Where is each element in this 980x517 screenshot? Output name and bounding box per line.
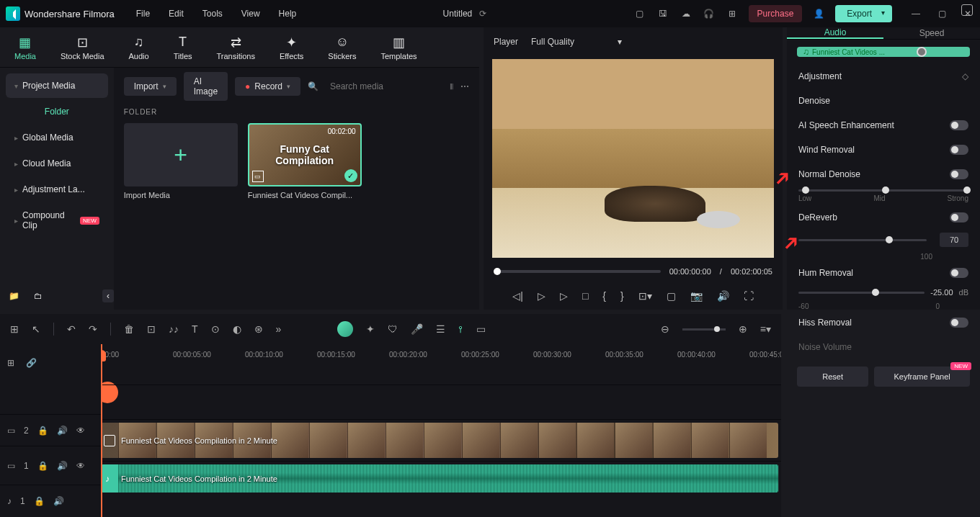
zoom-slider[interactable] — [682, 328, 726, 331]
more-icon[interactable]: » — [276, 323, 282, 335]
dereverb-value[interactable]: 70 — [940, 233, 968, 247]
timeline-tracks[interactable]: 00:00 00:00:05:00 00:00:10:00 00:00:15:0… — [101, 344, 781, 517]
purchase-button[interactable]: Purchase — [749, 5, 803, 22]
mute-icon[interactable]: 🔊 — [57, 426, 68, 436]
marker-icon[interactable]: ⫯ — [458, 323, 463, 335]
ratio-icon[interactable]: ⊡▾ — [638, 290, 652, 302]
folder-icon[interactable]: 🗀 — [34, 291, 43, 301]
import-button[interactable]: Import▾ — [124, 77, 177, 96]
save-icon[interactable]: 🖫 — [656, 7, 669, 20]
tab-audio[interactable]: ♫Audio — [125, 32, 153, 63]
marker-row[interactable] — [101, 364, 781, 385]
sidebar-item-project-media[interactable]: ▾Project Media — [6, 73, 108, 98]
audio-track-1-lane[interactable]: Funniest Cat Videos Compilation in 2 Min… — [101, 461, 781, 495]
time-ruler[interactable]: 00:00 00:00:05:00 00:00:10:00 00:00:15:0… — [101, 344, 781, 364]
mark-out-icon[interactable]: } — [620, 290, 624, 302]
device-icon[interactable]: ▢ — [633, 7, 646, 20]
mute-icon[interactable]: 🔊 — [57, 461, 68, 471]
ai-assistant-icon[interactable] — [337, 321, 353, 337]
headphone-icon[interactable]: 🎧 — [703, 7, 716, 20]
tab-templates[interactable]: ▥Templates — [376, 32, 421, 63]
stop-icon[interactable]: □ — [582, 290, 588, 302]
video-clip[interactable]: Funniest Cat Videos Compilation in 2 Min… — [101, 423, 778, 458]
tab-transitions[interactable]: ⇄Transitions — [213, 32, 259, 63]
more-icon[interactable]: ⋯ — [460, 81, 469, 91]
cloud-icon[interactable]: ☁ — [680, 7, 692, 20]
menu-tools[interactable]: Tools — [202, 9, 223, 19]
add-track-icon[interactable]: ⊞ — [7, 358, 14, 368]
sync-icon[interactable]: ⟳ — [479, 9, 486, 19]
sidebar-item-compound-clip[interactable]: ▸Compound ClipNEW — [6, 203, 108, 238]
import-media-card[interactable]: + Import Media — [124, 123, 238, 199]
slider-thumb[interactable] — [802, 186, 809, 194]
keyframe-panel-button[interactable]: Keyframe Panel NEW — [874, 367, 970, 387]
normal-denoise-slider[interactable] — [798, 189, 968, 192]
tab-media[interactable]: ▦Media — [10, 32, 40, 63]
mic-icon[interactable]: 🎤 — [411, 323, 423, 335]
wind-removal-toggle[interactable] — [950, 145, 968, 155]
hiss-removal-toggle[interactable] — [950, 318, 968, 328]
text-icon[interactable]: T — [192, 323, 198, 335]
tab-audio-props[interactable]: Audio — [787, 27, 883, 39]
video-track-2-head[interactable]: ▭2 🔒 🔊 👁 — [0, 414, 101, 446]
menu-help[interactable]: Help — [279, 9, 297, 19]
display-icon[interactable]: ▢ — [667, 290, 676, 302]
camera-icon[interactable]: 📷 — [690, 290, 703, 302]
menu-view[interactable]: View — [241, 9, 260, 19]
tab-speed-props[interactable]: Speed — [883, 27, 980, 39]
preview-scrubber[interactable] — [494, 270, 661, 273]
grid-icon[interactable]: ⊞ — [10, 323, 19, 335]
link-icon[interactable]: 🔗 — [26, 358, 37, 368]
play-icon[interactable]: ▷ — [560, 290, 568, 302]
quality-selector[interactable]: Full Quality▾ — [531, 37, 622, 47]
visibility-icon[interactable]: 👁 — [76, 426, 85, 436]
zoom-out-icon[interactable]: ⊖ — [661, 323, 669, 335]
audio-clip[interactable]: Funniest Cat Videos Compilation in 2 Min… — [101, 464, 778, 493]
tab-titles[interactable]: TTitles — [169, 32, 197, 63]
video-track-2-lane[interactable] — [101, 385, 781, 419]
prev-frame-icon[interactable]: ◁| — [512, 290, 523, 302]
video-track-1-head[interactable]: ▭1 🔒 🔊 👁 — [0, 446, 101, 485]
mark-in-icon[interactable]: { — [602, 290, 606, 302]
zoom-in-icon[interactable]: ⊕ — [739, 323, 747, 335]
scrubber-handle[interactable] — [494, 268, 501, 275]
user-icon[interactable]: 👤 — [812, 7, 825, 20]
normal-denoise-toggle[interactable] — [950, 169, 968, 179]
play-forward-icon[interactable]: ▷ — [538, 290, 545, 302]
volume-icon[interactable]: 🔊 — [717, 290, 729, 302]
menu-file[interactable]: File — [136, 9, 150, 19]
slider-thumb[interactable] — [872, 289, 879, 296]
effect-icon[interactable]: ⊛ — [254, 323, 263, 335]
minimize-icon[interactable]: — — [909, 7, 922, 20]
shield-icon[interactable]: 🛡 — [388, 323, 398, 335]
dereverb-slider[interactable] — [798, 239, 927, 241]
cursor-icon[interactable]: ↖ — [32, 323, 40, 335]
fullscreen-icon[interactable]: ⛶ — [744, 290, 754, 302]
export-button[interactable]: Export — [835, 5, 892, 22]
apps-icon[interactable]: ⊞ — [726, 7, 739, 20]
audio-clip-preview[interactable]: ♫ Funniest Cat Videos ... — [797, 47, 970, 57]
ai-speech-toggle[interactable] — [950, 120, 968, 130]
speed-icon[interactable]: ⊙ — [211, 323, 220, 335]
record-button[interactable]: ●Record▾ — [235, 77, 300, 96]
mute-icon[interactable]: 🔊 — [53, 496, 64, 506]
lock-icon[interactable]: 🔒 — [34, 496, 45, 506]
filter-icon[interactable]: ⫴ — [450, 81, 453, 91]
music-icon[interactable]: ♪♪ — [169, 323, 179, 335]
adjustment-section[interactable]: Adjustment ◇ — [787, 64, 980, 89]
maximize-icon[interactable]: ▢ — [935, 7, 948, 20]
sparkle-icon[interactable]: ✦ — [366, 323, 375, 335]
tab-stock-media[interactable]: ⊡Stock Media — [56, 32, 109, 63]
diamond-icon[interactable]: ◇ — [962, 71, 968, 81]
video-track-1-lane[interactable]: Funniest Cat Videos Compilation in 2 Min… — [101, 419, 781, 461]
audio-track-1-head[interactable]: ♪1 🔒 🔊 — [0, 485, 101, 517]
list-icon[interactable]: ☰ — [436, 323, 445, 335]
new-folder-icon[interactable]: 📁 — [9, 291, 19, 301]
video-preview[interactable] — [492, 59, 774, 258]
playhead-marker[interactable] — [917, 47, 927, 57]
sidebar-item-global-media[interactable]: ▸Global Media — [6, 125, 108, 150]
crop-icon[interactable]: ⊡ — [147, 323, 156, 335]
collapse-icon[interactable]: ‹ — [102, 289, 114, 302]
slider-thumb[interactable] — [886, 236, 893, 243]
lock-icon[interactable]: 🔒 — [37, 426, 48, 436]
